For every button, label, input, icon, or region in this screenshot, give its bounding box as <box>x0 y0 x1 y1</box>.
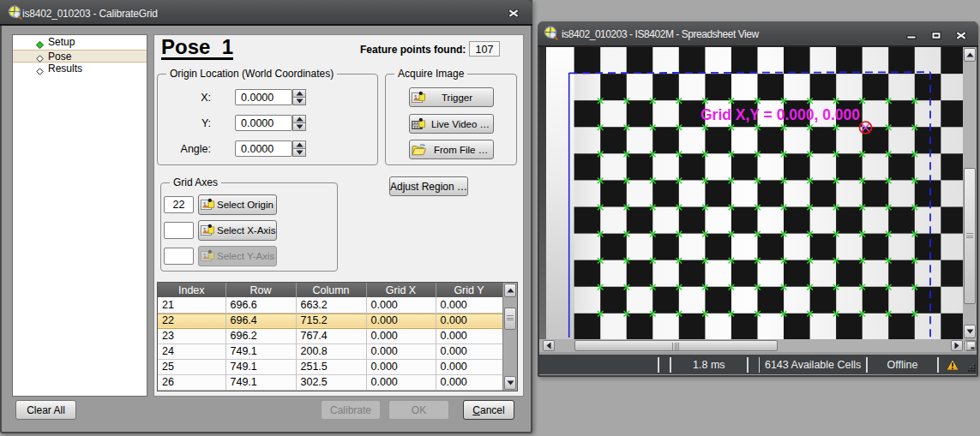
svg-text:Grid X,Y = 0.000, 0.000: Grid X,Y = 0.000, 0.000 <box>700 106 860 123</box>
